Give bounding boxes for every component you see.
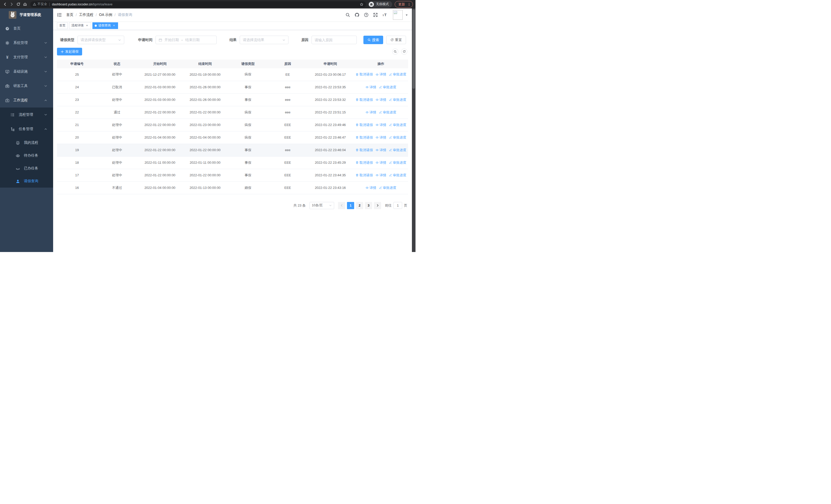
progress-action[interactable]: 审批进度: [389, 123, 406, 127]
cell-start-time: 2022-01-04 00:00:00: [137, 131, 183, 144]
prev-page-button[interactable]: [338, 202, 345, 209]
reset-button[interactable]: 重置: [386, 36, 406, 44]
reason-input[interactable]: [312, 36, 356, 44]
cancel-leave-action[interactable]: 取消请假: [355, 173, 373, 178]
breadcrumb-item-1[interactable]: 首页: [66, 12, 74, 17]
sidebar-subitem-2[interactable]: 任务管理: [0, 122, 53, 136]
result-select[interactable]: 请选择流结果: [240, 36, 288, 44]
leave-type-select[interactable]: 请选择请假类型: [78, 36, 124, 44]
sidebar-item-4[interactable]: 基础设施: [0, 64, 53, 79]
home-icon: [23, 2, 27, 6]
avatar-caret-icon[interactable]: [405, 13, 408, 17]
cancel-leave-action[interactable]: 取消请假: [355, 123, 373, 127]
page-button-2[interactable]: 2: [356, 202, 363, 209]
cell-actions: 取消请假详情审批进度: [354, 169, 408, 181]
browser-home-button[interactable]: [22, 1, 28, 8]
detail-action[interactable]: 详情: [375, 97, 386, 102]
sidebar-item-1[interactable]: 首页: [0, 21, 53, 36]
cancel-leave-action[interactable]: 取消请假: [355, 148, 373, 152]
bookmark-star-icon[interactable]: [360, 3, 364, 6]
refresh-table-button[interactable]: [401, 49, 407, 55]
sidebar-item-2[interactable]: 系统管理: [0, 36, 53, 50]
apply-time-range-picker[interactable]: 开始日期 - 结束日期: [155, 36, 217, 44]
breadcrumb-separator: /: [76, 13, 77, 17]
cell-end-time: 2022-01-22 00:00:00: [183, 106, 227, 119]
cancel-leave-action[interactable]: 取消请假: [355, 135, 373, 140]
page-button-3[interactable]: 3: [365, 202, 372, 209]
help-icon[interactable]: [362, 12, 371, 17]
detail-action[interactable]: 详情: [375, 173, 386, 178]
search-button-label: 搜索: [372, 38, 379, 42]
detail-action[interactable]: 详情: [375, 72, 386, 77]
avatar[interactable]: [393, 10, 403, 20]
progress-action[interactable]: 审批进度: [379, 185, 396, 190]
chevron-up-icon: [44, 127, 47, 130]
close-icon[interactable]: ×: [85, 24, 89, 27]
next-page-button[interactable]: [374, 202, 381, 209]
progress-action[interactable]: 审批进度: [379, 110, 396, 115]
tag-tab-2[interactable]: 流程详情×: [69, 22, 91, 29]
breadcrumb-item-3[interactable]: OA 示例: [99, 12, 112, 17]
forward-arrow-icon: [10, 2, 13, 6]
progress-action[interactable]: 审批进度: [389, 160, 406, 165]
incognito-badge[interactable]: 无痕模式: [368, 1, 392, 8]
sidebar-subitem-3[interactable]: 我的流程: [0, 136, 53, 149]
leave-type-label: 请假类型: [57, 38, 75, 42]
sidebar-subitem-1[interactable]: 流程管理: [0, 108, 53, 122]
address-bar[interactable]: 不安全 dashboard.yudao.iocoder.cn/bpm/oa/le…: [30, 1, 366, 7]
detail-action[interactable]: 详情: [366, 110, 376, 115]
detail-action[interactable]: 详情: [375, 135, 386, 140]
detail-action[interactable]: 详情: [375, 123, 386, 127]
browser-back-button[interactable]: [2, 1, 8, 8]
progress-action[interactable]: 审批进度: [389, 72, 406, 77]
sidebar-item-6[interactable]: 工作流程: [0, 93, 53, 108]
page-scrollbar[interactable]: [412, 8, 416, 252]
table-row: 17处理中2022-01-22 00:00:002022-01-22 00:00…: [57, 169, 408, 181]
cell-leave-type: 事假: [227, 144, 268, 156]
cancel-leave-action[interactable]: 取消请假: [355, 97, 373, 102]
tag-tab-3[interactable]: 请假查询×: [92, 22, 118, 29]
column-header-1: 申请编号: [57, 60, 97, 68]
page-button-1[interactable]: 1: [347, 202, 354, 209]
font-size-icon[interactable]: тТ: [380, 12, 389, 17]
goto-page-input[interactable]: [394, 202, 402, 209]
sidebar-item-5[interactable]: 研发工具: [0, 79, 53, 93]
detail-action[interactable]: 详情: [366, 85, 376, 90]
scrollbar-thumb[interactable]: [412, 9, 415, 89]
cell-leave-type: 事假: [227, 156, 268, 169]
cancel-leave-action[interactable]: 取消请假: [355, 72, 373, 77]
toggle-search-button[interactable]: [392, 49, 398, 55]
sidebar-item-3[interactable]: ¥支付管理: [0, 50, 53, 64]
tag-tab-1[interactable]: 首页: [57, 22, 68, 29]
sidebar-subitem-6[interactable]: 请假查询: [0, 175, 53, 187]
detail-action[interactable]: 详情: [366, 185, 376, 190]
cell-start-time: 2022-01-03 00:00:00: [137, 93, 183, 106]
browser-update-button[interactable]: 更新: [395, 1, 413, 8]
detail-action[interactable]: 详情: [375, 160, 386, 165]
page-size-select[interactable]: 10条/页: [310, 202, 334, 209]
cancel-leave-action[interactable]: 取消请假: [355, 160, 373, 165]
github-icon[interactable]: [352, 12, 362, 17]
create-leave-button[interactable]: 发起请假: [57, 48, 82, 55]
progress-action[interactable]: 审批进度: [389, 135, 406, 140]
search-button[interactable]: 搜索: [364, 36, 383, 44]
sidebar-item-label: 支付管理: [13, 55, 28, 60]
progress-action[interactable]: 审批进度: [389, 173, 406, 178]
breadcrumb-item-2[interactable]: 工作流程: [79, 12, 93, 17]
sidebar-subitem-4[interactable]: 待办任务: [0, 149, 53, 162]
close-icon[interactable]: ×: [112, 24, 116, 27]
detail-action[interactable]: 详情: [375, 148, 386, 152]
progress-action[interactable]: 审批进度: [389, 148, 406, 152]
top-navbar: 首页/工作流程/OA 示例/请假查询 тТ: [53, 8, 412, 21]
kebab-menu-icon[interactable]: [407, 3, 411, 6]
hamburger-icon[interactable]: [57, 12, 62, 18]
progress-action[interactable]: 审批进度: [389, 97, 406, 102]
browser-reload-button[interactable]: [15, 1, 22, 8]
pen-icon: [389, 161, 392, 164]
progress-action[interactable]: 审批进度: [379, 85, 396, 90]
search-icon[interactable]: [343, 12, 352, 17]
browser-forward-button[interactable]: [8, 1, 15, 8]
sidebar-subitem-5[interactable]: 已办任务: [0, 162, 53, 175]
fullscreen-icon[interactable]: [371, 12, 380, 17]
leave-type-placeholder: 请选择请假类型: [81, 38, 106, 42]
